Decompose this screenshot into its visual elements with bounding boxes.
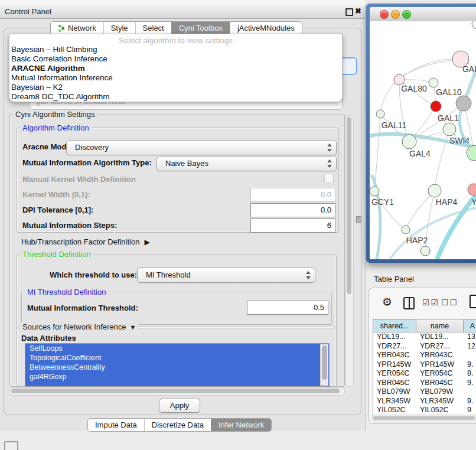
network-window-titlebar[interactable]	[370, 7, 476, 22]
network-node[interactable]	[456, 96, 471, 111]
algorithm-option-bayesian-hill-climbing[interactable]: Bayesian – Hill Climbing	[9, 45, 342, 54]
network-node[interactable]	[376, 110, 384, 118]
table-row[interactable]: YPR145WYPR145W9.	[373, 360, 476, 370]
select-all-checkboxes-icon[interactable]: ☑☑	[422, 298, 439, 307]
table-cell: YLR345W	[416, 397, 464, 406]
table-cell: YBR043C	[373, 351, 416, 360]
table-row[interactable]: YBR043CYBR043C	[373, 351, 476, 360]
table-cell: YER054C	[373, 369, 416, 379]
tab-cyni-toolbox[interactable]: Cyni Toolbox	[171, 22, 230, 34]
threshold-definition-title: Threshold Definition	[20, 250, 93, 259]
column-header-name[interactable]: name	[416, 319, 464, 332]
attribute-item-topologicalcoefficient[interactable]: TopologicalCoefficient	[25, 353, 329, 363]
attribute-item-gal4rgexp[interactable]: gal4RGexp	[25, 372, 329, 381]
hub-definition-toggle[interactable]: Hub/Transcription Factor Definition▶	[21, 237, 150, 246]
network-window[interactable]: GALGAL80GAL10GAL1GAL11GAL4SWI4GCY1HAP4YH…	[366, 4, 476, 263]
network-node[interactable]	[468, 184, 476, 195]
tab-network[interactable]: Network	[51, 22, 103, 34]
algorithm-popup-items: Bayesian – Hill ClimbingBasic Correlatio…	[9, 45, 342, 102]
float-window-icon[interactable]	[345, 8, 353, 16]
table-cell: YDL19...	[416, 332, 464, 342]
table-row[interactable]: YDL19...YDL19...13	[373, 332, 476, 342]
mi-threshold-field[interactable]: 0.5	[247, 301, 328, 315]
sources-title-text: Sources for Network Inference	[22, 322, 126, 331]
kernel-width-value: 0.0	[321, 190, 331, 199]
node-label-y: Y	[471, 197, 476, 207]
table-row[interactable]: YBL079WYBL079W	[373, 387, 476, 397]
tab-jactivemnodules[interactable]: jActiveMNodules	[230, 22, 302, 34]
algorithm-option-aracne-algorithm[interactable]: ARACNE Algorithm	[9, 64, 342, 73]
network-node[interactable]	[402, 135, 416, 149]
zoom-traffic-light-icon[interactable]	[402, 10, 411, 19]
data-attributes-label: Data Attributes	[21, 334, 76, 343]
column-header-a[interactable]: A	[464, 319, 476, 332]
mi-steps-field[interactable]: 6	[250, 219, 335, 233]
close-icon[interactable]: ✖	[355, 6, 361, 15]
table-cell: YDR27...	[373, 342, 416, 351]
data-attributes-list[interactable]: SelfLoopsTopologicalCoefficientBetweenne…	[25, 343, 330, 387]
minimize-traffic-light-icon[interactable]	[391, 10, 400, 19]
table-row[interactable]: YBR045CYBR045C9.	[373, 379, 476, 388]
network-node[interactable]	[428, 184, 441, 197]
document-icon[interactable]	[470, 295, 476, 308]
panel-splitter-grip[interactable]	[356, 216, 361, 223]
network-graph: GALGAL80GAL10GAL1GAL11GAL4SWI4GCY1HAP4YH…	[370, 21, 476, 259]
table-cell: YER054C	[416, 369, 464, 379]
sources-group-title[interactable]: Sources for Network Inference▼	[20, 322, 138, 331]
deselect-all-checkboxes-icon[interactable]: ☐☐	[441, 298, 458, 307]
table-row[interactable]: YIL052CYIL052C9	[373, 406, 476, 415]
columns-icon[interactable]	[403, 297, 415, 309]
mi-type-combo[interactable]: Naive Bayes	[157, 156, 337, 171]
table-cell: 13	[464, 332, 476, 342]
network-node[interactable]	[431, 101, 441, 112]
table-row[interactable]: YER054CYER054C8.	[373, 369, 476, 379]
node-label-gal1: GAL1	[438, 113, 459, 123]
manual-kernel-checkbox[interactable]	[324, 174, 334, 183]
network-view[interactable]: GALGAL80GAL10GAL1GAL11GAL4SWI4GCY1HAP4YH…	[370, 21, 476, 259]
algorithm-option-basic-correlation-inference[interactable]: Basic Correlation Inference	[9, 54, 342, 64]
algorithm-option-dream8-dc-tdc-algorithm[interactable]: Dream8 DC_TDC Algorithm	[9, 92, 342, 102]
network-node[interactable]	[429, 78, 438, 87]
settings-horizontal-scrollbar[interactable]	[9, 387, 345, 396]
network-node[interactable]	[420, 246, 430, 256]
table-panel-title: Table Panel	[374, 275, 414, 283]
table-cell: YBR043C	[416, 351, 464, 360]
attributes-list-scrollbar[interactable]	[320, 344, 328, 386]
close-traffic-light-icon[interactable]	[380, 10, 389, 19]
table-row[interactable]: YLR345WYLR345W9.	[373, 397, 476, 406]
tab-label: Impute Data	[95, 420, 137, 429]
algorithm-option-bayesian-k2[interactable]: Bayesian – K2	[9, 83, 342, 92]
manual-kernel-label: Manual Kernel Width Definition	[22, 175, 136, 184]
control-panel-titlebar: Control Panel ✖	[0, 5, 365, 19]
network-node[interactable]	[443, 123, 456, 136]
node-label-gal: GAL	[462, 64, 476, 74]
column-header-shared[interactable]: shared...	[373, 319, 416, 332]
docked-panel-icon[interactable]	[4, 441, 18, 450]
node-label-swi4: SWI4	[449, 136, 470, 145]
algorithm-option-mutual-information-inference[interactable]: Mutual Information Inference	[9, 73, 342, 83]
settings-vertical-scrollbar[interactable]	[345, 115, 354, 387]
aracne-mode-combo[interactable]: Discovery	[66, 140, 337, 155]
tab-style[interactable]: Style	[103, 22, 135, 34]
algorithm-definition-title: Algorithm Definition	[20, 123, 92, 132]
attribute-item-betweennesscentrality[interactable]: BetweennessCentrality	[25, 363, 329, 372]
which-threshold-combo[interactable]: MI Threshold	[137, 268, 315, 283]
bottom-tab-infer-network[interactable]: Infer Network	[211, 419, 271, 431]
dpi-tolerance-field[interactable]: 0.0	[250, 203, 335, 217]
node-label-gal4: GAL4	[409, 149, 431, 158]
table-row[interactable]: YDR27...YDR27...12	[373, 342, 476, 351]
network-node[interactable]	[370, 187, 379, 196]
tab-select[interactable]: Select	[135, 22, 171, 34]
apply-button[interactable]: Apply	[159, 399, 200, 413]
table-cell: YBL079W	[416, 387, 464, 397]
bottom-tab-discretize-data[interactable]: Discretize Data	[144, 419, 211, 431]
gear-icon[interactable]: ⚙	[382, 295, 392, 309]
bottom-tab-impute-data[interactable]: Impute Data	[88, 419, 144, 431]
network-node[interactable]	[402, 226, 410, 234]
page-root: Control Panel ✖ NetworkStyleSelectCyni T…	[0, 0, 476, 450]
table-horizontal-scrollbar[interactable]	[371, 415, 476, 422]
mi-type-value: Naive Bayes	[165, 159, 208, 168]
network-node[interactable]	[472, 21, 476, 29]
table-cell: YBR045C	[373, 379, 416, 388]
attribute-item-selfloops[interactable]: SelfLoops	[25, 344, 329, 353]
